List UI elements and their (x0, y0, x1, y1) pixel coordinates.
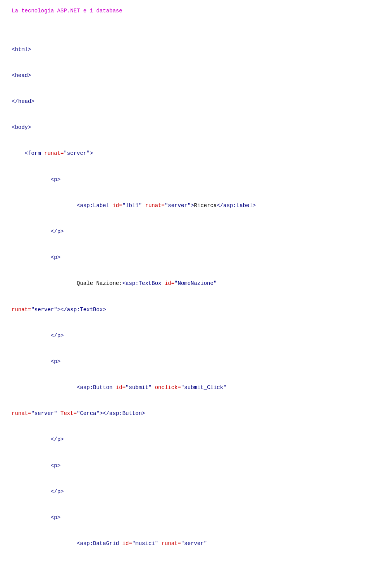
code-line-20: <asp:DataGrid id="musici" runat="server" (12, 539, 360, 548)
code-line-7: <asp:Label id="lbl1" runat="server">Rice… (12, 201, 360, 210)
code-line-15: runat="server" Text="Cerca"></asp:Button… (12, 409, 360, 418)
code-line-4: <body> (12, 123, 360, 132)
code-line-16: </p> (12, 435, 360, 444)
code-line-11: runat="server"></asp:TextBox> (12, 305, 360, 314)
code-line-9: <p> (12, 253, 360, 262)
code-line-3: </head> (12, 97, 360, 106)
code-line-5: <form runat="server"> (12, 149, 360, 158)
code-line-2: <head> (12, 71, 360, 80)
code-line-13: <p> (12, 357, 360, 366)
code-line-17: <p> (12, 461, 360, 470)
code-line-19: <p> (12, 513, 360, 522)
code-line-18: </p> (12, 487, 360, 496)
page-title: La tecnologia ASP.NET e i database (12, 8, 360, 14)
code-line-blank1 (12, 565, 360, 574)
code-line-10: Quale Nazione:<asp:TextBox id="NomeNazio… (12, 279, 360, 288)
code-line-1: <html> (12, 45, 360, 54)
code-line-12: </p> (12, 331, 360, 340)
code-line-6: <p> (12, 175, 360, 184)
code-line-14: <asp:Button id="submit" onclick="submit_… (12, 383, 360, 392)
code-line-8: </p> (12, 227, 360, 236)
code-block: <html> <head> </head> <body> <form runat… (12, 28, 360, 588)
